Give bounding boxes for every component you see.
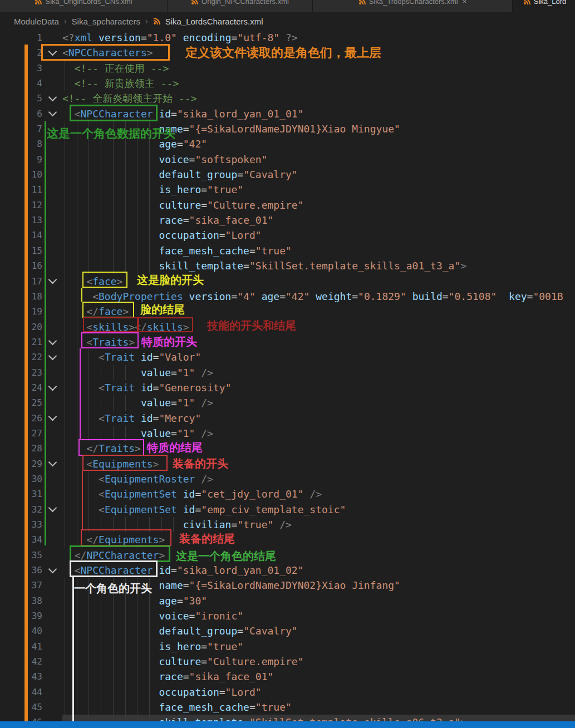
- code-line-25[interactable]: 25 value="1" />: [0, 395, 575, 410]
- code-line-43[interactable]: 43 race="sika_face_01": [0, 669, 575, 684]
- code-line-44[interactable]: 44 occupation="Lord": [0, 685, 575, 700]
- code-line-8[interactable]: 8 age="42": [0, 136, 575, 151]
- code-line-10[interactable]: 10 default_group="Cavalry": [0, 167, 575, 182]
- fold-gutter: [42, 228, 62, 243]
- code-line-7[interactable]: 7 name="{=SikaLordNameJDYN01}Xiao Mingyu…: [0, 121, 575, 136]
- fold-gutter: [42, 304, 62, 319]
- code-line-23[interactable]: 23 value="1" />: [0, 365, 575, 380]
- fold-gutter: [42, 319, 62, 335]
- breadcrumb-item-moduledata[interactable]: ModuleData: [14, 17, 59, 26]
- code-editor[interactable]: 1<?xml version="1.0" encoding="utf-8" ?>…: [0, 30, 575, 721]
- breadcrumb-item-file[interactable]: Sika_LordsCharacters.xml: [165, 17, 263, 26]
- code-text: <face>: [62, 274, 575, 289]
- code-line-27[interactable]: 27 value="1" />: [0, 426, 575, 441]
- tab-origin-npccharacters-xml[interactable]: Origin_NPCCharacters.xml: [168, 0, 313, 12]
- code-line-2[interactable]: 2<NPCCharacters>: [0, 45, 575, 60]
- fold-gutter: [42, 182, 62, 197]
- fold-chevron-icon[interactable]: [42, 335, 62, 350]
- line-number: 41: [0, 639, 42, 654]
- code-line-15[interactable]: 15 face_mesh_cache="true": [0, 243, 575, 258]
- code-line-26[interactable]: 26 <Trait id="Mercy": [0, 411, 575, 426]
- code-line-12[interactable]: 12 culture="Culture.empire": [0, 198, 575, 213]
- code-text: <NPCCharacter id="sika_lord_yan_01_01": [62, 106, 575, 121]
- breadcrumb-item-folder[interactable]: Sika_spcharacters: [72, 17, 140, 26]
- indent-guides: [65, 411, 101, 426]
- tab-label: Sika_Lord: [534, 0, 567, 6]
- code-line-30[interactable]: 30 <EquipmentRoster />: [0, 471, 575, 486]
- fold-chevron-icon[interactable]: [42, 91, 62, 106]
- code-line-4[interactable]: 4 <!-- 新贵族领主 -->: [0, 76, 575, 91]
- fold-chevron-icon[interactable]: [42, 502, 62, 517]
- code-line-45[interactable]: 45 face_mesh_cache="true": [0, 700, 575, 715]
- indent-guides: [65, 715, 161, 721]
- code-line-16[interactable]: 16 skill_template="SkillSet.template_ski…: [0, 258, 575, 273]
- code-line-29[interactable]: 29 <Equipments>: [0, 456, 575, 471]
- line-number: 28: [0, 441, 42, 456]
- indent-guides: [65, 61, 77, 76]
- fold-gutter: [42, 441, 62, 456]
- code-line-31[interactable]: 31 <EquipmentSet id="cet_jdy_lord_01" />: [0, 486, 575, 501]
- code-line-40[interactable]: 40 default_group="Cavalry": [0, 623, 575, 638]
- code-line-24[interactable]: 24 <Trait id="Generosity": [0, 380, 575, 395]
- code-line-41[interactable]: 41 is_hero="true": [0, 639, 575, 654]
- code-line-14[interactable]: 14 occupation="Lord": [0, 228, 575, 243]
- line-number: 34: [0, 532, 42, 547]
- code-line-37[interactable]: 37 name="{=SikaLordNameJDYN02}Xiao Jinfa…: [0, 578, 575, 593]
- fold-gutter: [42, 700, 62, 715]
- code-line-17[interactable]: 17 <face>: [0, 274, 575, 289]
- indent-guides: [65, 228, 161, 243]
- fold-chevron-icon[interactable]: [42, 274, 62, 289]
- code-line-35[interactable]: 35 </NPCCharacter>: [0, 548, 575, 563]
- code-line-38[interactable]: 38 age="30": [0, 593, 575, 608]
- line-number: 37: [0, 578, 42, 593]
- code-line-11[interactable]: 11 is_hero="true": [0, 182, 575, 197]
- code-line-33[interactable]: 33 civilian="true" />: [0, 517, 575, 532]
- tab-close-icon[interactable]: ×: [463, 0, 467, 6]
- fold-chevron-icon[interactable]: [42, 456, 62, 471]
- indent-guides: [65, 365, 137, 380]
- fold-gutter: [42, 198, 62, 213]
- indent-guides: [65, 380, 101, 395]
- code-line-46[interactable]: 46 skill_template="SkillSet.template_ski…: [0, 715, 575, 721]
- fold-chevron-icon[interactable]: [42, 106, 62, 121]
- code-line-19[interactable]: 19 </face>: [0, 304, 575, 319]
- code-line-18[interactable]: 18 <BodyProperties version="4" age="42" …: [0, 289, 575, 304]
- code-line-34[interactable]: 34 </Equipments>: [0, 532, 575, 547]
- fold-gutter: [42, 486, 62, 501]
- code-text: <!-- 新贵族领主 -->: [62, 76, 575, 91]
- fold-chevron-icon[interactable]: [42, 350, 62, 365]
- indent-guides: [65, 502, 101, 517]
- code-line-5[interactable]: 5<!-- 全新炎朝领主开始 -->: [0, 91, 575, 106]
- tab-sika-originlords-cns-xml[interactable]: Sika_OriginLords_CNs.xml: [0, 0, 168, 12]
- code-line-6[interactable]: 6 <NPCCharacter id="sika_lord_yan_01_01": [0, 106, 575, 121]
- indent-guides: [65, 426, 137, 441]
- fold-chevron-icon[interactable]: [42, 563, 62, 578]
- fold-gutter: [42, 639, 62, 654]
- tab-sika-troopscharacters-xml[interactable]: Sika_TroopsCharacters.xml×: [313, 0, 513, 12]
- indent-guides: [65, 639, 161, 654]
- tab-sika-lord[interactable]: Sika_Lord: [513, 0, 575, 12]
- code-line-20[interactable]: 20 <skills></skills>: [0, 319, 575, 335]
- code-text: name="{=SikaLordNameJDYN01}Xiao Mingyue": [62, 121, 575, 136]
- code-line-32[interactable]: 32 <EquipmentSet id="emp_civ_template_st…: [0, 502, 575, 517]
- code-line-1[interactable]: 1<?xml version="1.0" encoding="utf-8" ?>: [0, 30, 575, 45]
- code-text: culture="Culture.empire": [62, 198, 575, 213]
- code-text: culture="Culture.empire": [62, 654, 575, 669]
- code-line-13[interactable]: 13 race="sika_face_01": [0, 213, 575, 228]
- code-line-22[interactable]: 22 <Trait id="Valor": [0, 350, 575, 365]
- line-number: 23: [0, 365, 42, 380]
- code-line-3[interactable]: 3 <!-- 正在使用 -->: [0, 61, 575, 76]
- code-line-39[interactable]: 39 voice="ironic": [0, 608, 575, 623]
- code-text: voice="ironic": [62, 608, 575, 623]
- fold-chevron-icon[interactable]: [42, 411, 62, 426]
- code-line-21[interactable]: 21 <Traits>: [0, 335, 575, 350]
- fold-chevron-icon[interactable]: [42, 45, 62, 60]
- fold-chevron-icon[interactable]: [42, 380, 62, 395]
- code-line-36[interactable]: 36 <NPCCharacter id="sika_lord_yan_01_02…: [0, 563, 575, 578]
- xml-file-icon: [191, 0, 198, 5]
- code-line-42[interactable]: 42 culture="Culture.empire": [0, 654, 575, 669]
- indent-guides: [65, 304, 89, 319]
- code-line-28[interactable]: 28 </Traits>: [0, 441, 575, 456]
- code-line-9[interactable]: 9 voice="softspoken": [0, 152, 575, 167]
- fold-gutter: [42, 213, 62, 228]
